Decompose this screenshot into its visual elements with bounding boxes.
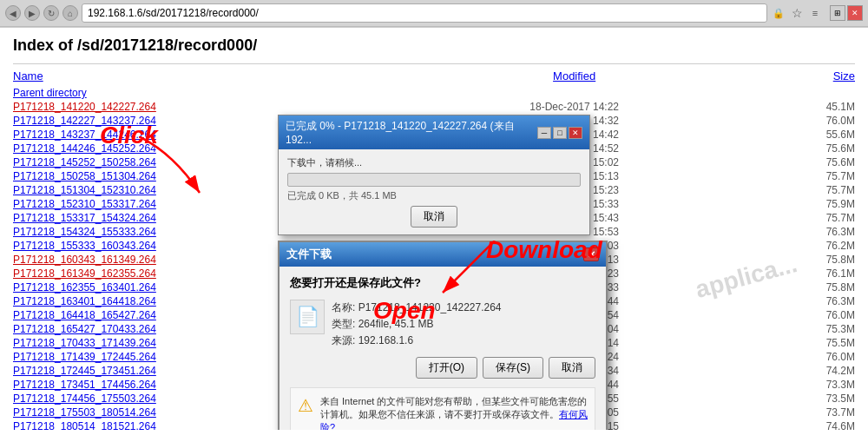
file-size: 55.6M [723,128,855,142]
file-size: 73.7M [723,406,855,419]
file-link[interactable]: P171218_154324_155333.264 [13,226,156,238]
close-window-button[interactable]: ✕ [847,5,863,21]
download-dialog-body: 您要打开还是保存此文件? 📄 名称: P171218_141220_142227… [279,267,606,430]
file-link[interactable]: P171218_173451_174456.264 [13,379,156,391]
file-info: 📄 名称: P171218_141220_142227.264 类型: 264f… [290,300,595,350]
file-link[interactable]: P171218_161349_162355.264 [13,267,156,280]
progress-close[interactable]: ✕ [569,127,582,139]
progress-minimize[interactable]: ─ [537,127,551,139]
page-title: Index of /sd/20171218/record000/ [13,36,855,55]
file-link[interactable]: P171218_153317_154324.264 [13,212,156,224]
file-link[interactable]: P171218_163401_164418.264 [13,295,156,307]
header-divider [13,63,855,64]
bookmark-icon[interactable]: ☆ [789,5,805,21]
browser-action-buttons: 🔒 ☆ ≡ [771,5,823,21]
file-link[interactable]: P171218_160343_161349.264 [13,254,156,266]
file-source-row: 来源: 192.168.1.6 [332,333,502,349]
file-size: 76.1M [723,267,855,280]
file-link[interactable]: P171218_165427_170433.264 [13,323,156,335]
warning-icon: ⚠ [298,395,313,416]
progress-dialog: 已完成 0% - P171218_141220_142227.264 (来自 1… [278,115,590,235]
file-link[interactable]: P171218_180514_181521.264 [13,420,156,430]
file-type-label: 类型: [332,318,355,330]
page-content: Index of /sd/20171218/record000/ Name Mo… [0,28,868,430]
file-link[interactable]: P171218_170433_171439.264 [13,337,156,349]
file-name-label: 名称: [332,301,355,313]
file-link[interactable]: P171218_155333_160343.264 [13,240,156,252]
menu-icon[interactable]: ≡ [807,5,823,21]
progress-dialog-content: 下载中，请稍候... 已完成 0 KB，共 45.1 MB 取消 [279,149,589,234]
dialog-container: 已完成 0% - P171218_141220_142227.264 (来自 1… [278,115,608,430]
file-link[interactable]: P171218_171439_172445.264 [13,351,156,363]
file-size: 75.6M [723,142,855,155]
dialog-buttons: 打开(O) 保存(S) 取消 [290,357,595,382]
save-btn[interactable]: 保存(S) [483,357,543,379]
file-link[interactable]: P171218_145252_150258.264 [13,156,156,168]
file-size: 75.8M [723,253,855,267]
file-link[interactable]: P171218_162355_163401.264 [13,281,156,294]
file-modified: 18-Dec-2017 14:22 [425,100,722,114]
file-type-value: 264file, 45.1 MB [358,318,434,330]
progress-dialog-title: 已完成 0% - P171218_141220_142227.264 (来自 1… [279,115,589,149]
download-close-btn[interactable]: ✕ [583,247,599,261]
file-link[interactable]: P171218_142227_143237.264 [13,115,156,127]
file-size: 76.3M [723,294,855,308]
file-size: 75.9M [723,197,855,211]
progress-bar-outer [287,173,581,187]
refresh-button[interactable]: ↻ [43,5,59,21]
browser-chrome: ◀ ▶ ↻ ⌂ 🔒 ☆ ≡ ⊞ ✕ [0,0,868,28]
file-size: 74.2M [723,364,855,378]
address-bar[interactable] [82,3,767,23]
progress-maximize[interactable]: □ [553,127,567,139]
file-link[interactable]: P171218_151304_152310.264 [13,184,156,196]
file-size: 75.7M [723,183,855,197]
file-size: 75.3M [723,322,855,336]
file-link[interactable]: P171218_172445_173451.264 [13,365,156,377]
file-link[interactable]: P171218_174456_175503.264 [13,393,156,405]
download-question: 您要打开还是保存此文件? [290,275,595,291]
file-link[interactable]: P171218_152310_153317.264 [13,198,156,210]
file-source-value: 192.168.1.6 [358,334,413,346]
download-dialog-title-text: 文件下载 [286,247,332,262]
file-type-icon: 📄 [296,306,319,328]
progress-cancel-btn[interactable]: 取消 [411,206,457,228]
security-icon[interactable]: 🔒 [771,5,786,21]
file-link[interactable]: P171218_141220_142227.264 [13,101,156,113]
progress-text: 下载中，请稍候... [287,156,581,169]
browser-toolbar: ◀ ▶ ↻ ⌂ 🔒 ☆ ≡ ⊞ ✕ [0,0,868,27]
file-size: 74.6M [723,419,855,430]
risk-link[interactable]: 有何风险? [320,409,588,430]
window-controls: ⊞ ✕ [830,5,863,21]
sort-modified[interactable]: Modified [553,69,595,82]
file-type-row: 类型: 264file, 45.1 MB [332,316,502,333]
file-size: 76.0M [723,308,855,322]
table-row: P171218_141220_142227.26418-Dec-2017 14:… [13,100,855,114]
file-size: 75.7M [723,169,855,183]
file-link[interactable]: P171218_150258_151304.264 [13,170,156,182]
parent-dir-link[interactable]: Parent directory [13,87,87,99]
download-dialog-title: 文件下载 ✕ [279,242,606,267]
file-name-row: 名称: P171218_141220_142227.264 [332,300,502,316]
sort-name[interactable]: Name [13,69,43,82]
warning-section: ⚠ 来自 Internet 的文件可能对您有帮助，但某些文件可能危害您的计算机。… [290,387,595,430]
file-details: 名称: P171218_141220_142227.264 类型: 264fil… [332,300,502,350]
file-link[interactable]: P171218_164418_165427.264 [13,309,156,321]
file-size: 75.5M [723,336,855,350]
file-link[interactable]: P171218_175503_180514.264 [13,406,156,419]
sort-size[interactable]: Size [833,69,855,82]
file-size: 45.1M [723,100,855,114]
download-dialog: 文件下载 ✕ 您要打开还是保存此文件? 📄 名称: P171218_141220… [278,241,608,430]
file-size: 76.3M [723,225,855,239]
cancel-btn[interactable]: 取消 [549,357,595,379]
forward-button[interactable]: ▶ [24,5,40,21]
file-size: 76.0M [723,350,855,364]
open-btn[interactable]: 打开(O) [416,357,477,379]
file-source-label: 来源: [332,334,355,346]
file-link[interactable]: P171218_144246_145252.264 [13,142,156,155]
file-size: 73.3M [723,378,855,392]
back-button[interactable]: ◀ [5,5,21,21]
file-link[interactable]: P171218_143237_144246.264 [13,129,156,141]
windows-grid-button[interactable]: ⊞ [830,5,845,21]
home-button[interactable]: ⌂ [62,5,78,21]
file-name-value: P171218_141220_142227.264 [358,301,502,313]
